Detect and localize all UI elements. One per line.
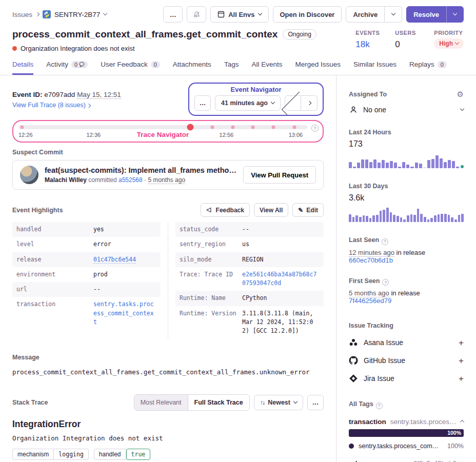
mute-button[interactable] [187,6,206,23]
resolve-dropdown-button[interactable] [446,6,464,23]
view-all-button[interactable]: View All [254,203,288,217]
segment-full-stack-trace[interactable]: Full Stack Trace [188,395,249,410]
trace-event-dot[interactable] [231,126,234,129]
tab-replays[interactable]: Replays0 [409,61,447,75]
event-age-dropdown[interactable]: 41 minutes ago [215,95,281,111]
trace-event-dot[interactable] [271,126,275,129]
chart-bar [451,217,453,222]
event-timestamp[interactable]: May 15, 12:51 [77,91,121,99]
highlight-row-sentry_region: sentry_regionus [175,237,324,252]
chart-bar [353,167,356,168]
chart-bar [369,218,372,222]
chart-bar [357,163,360,168]
tab-all-events[interactable]: All Events [251,61,282,75]
highlights-left-column: handledyeslevelerrorrelease01c47bc6e544e… [12,222,168,338]
tab-details[interactable]: Details [12,61,33,75]
trace-event-dot[interactable] [211,126,214,129]
tab-tags[interactable]: Tags [224,61,239,75]
trace-event-dot[interactable] [251,126,255,129]
first-seen-help-icon[interactable]: ? [382,279,389,286]
sort-newest-dropdown[interactable]: ↑↓Newest [254,395,303,410]
tag-breakdown-percent: 100% [447,443,464,450]
last-seen-help-icon[interactable]: ? [382,238,388,245]
chart-bar [431,159,434,168]
trace-help-icon[interactable]: ? [311,125,319,132]
add-github-issue-button[interactable]: + [459,356,464,365]
stat-value[interactable]: 18k [355,39,380,50]
exception-type: IntegrationError [12,419,324,430]
first-seen-release-link[interactable]: 7f446256ed79 [349,297,391,305]
view-pull-request-button[interactable]: View Pull Request [243,166,316,184]
highlight-value: REGION [242,255,320,264]
assignee-selector[interactable]: No one [349,105,464,114]
stack-more-button[interactable]: … [307,395,324,410]
priority-badge[interactable]: High [434,38,464,49]
tag-group-release: release3f8c5c49bcb3 [349,459,464,462]
more-options-button[interactable]: … [163,6,183,23]
chart-bar [406,165,409,168]
event-navigator-more-button[interactable]: … [194,95,211,111]
commit-author: Malachi Willey [45,176,87,184]
assignee-chevron-icon [460,107,464,111]
chart-bar [423,167,426,168]
last-24-hours-chart [349,153,464,168]
tab-similar-issues[interactable]: Similar Issues [353,61,396,75]
highlight-value: error [93,240,156,249]
chart-bar [415,163,418,168]
tab-badge: 0 [151,61,160,68]
trace-timeline-track[interactable] [18,125,307,129]
chart-bar [359,217,362,223]
tag-group-header[interactable]: transactionsentry.tasks.process_com… [349,418,464,426]
chart-bar [444,214,447,222]
issue-subtitle: Organization Integration does not exist [21,45,135,52]
edit-highlights-button[interactable]: ✎Edit [292,203,324,217]
last-24-hours-label: Last 24 Hours [349,129,464,136]
tab-merged-issues[interactable]: Merged Issues [295,61,341,75]
add-asana-issue-button[interactable]: + [459,338,464,347]
environment-selector-button[interactable]: All Envs [210,6,268,23]
tag-expand-chevron-icon[interactable] [460,420,464,424]
trace-event-dot[interactable] [293,126,296,129]
first-seen-value: 5 months ago in release 7f446256ed79 [349,289,464,305]
resolve-button[interactable]: Resolve [406,6,446,23]
chart-bar [386,163,389,168]
commit-sha-link[interactable]: a552568 [118,176,143,184]
open-in-discover-button[interactable]: Open in Discover [273,6,342,23]
issue-dropdown-chevron-icon[interactable] [103,11,107,15]
chart-bar [413,215,416,222]
highlight-value[interactable]: e2e561c46ba34a87b68c707593047c0d [242,270,320,288]
trace-event-dot[interactable] [20,126,24,129]
archive-dropdown-button[interactable] [385,6,402,23]
add-jira-issue-button[interactable]: + [459,374,464,383]
tag-expand-chevron-icon[interactable] [460,460,464,462]
tab-attachments[interactable]: Attachments [173,61,211,75]
segment-most-relevant[interactable]: Most Relevant [134,395,188,410]
archive-button[interactable]: Archive [346,6,385,23]
highlight-row-runtime-version: Runtime: Version3.11.8(3.11.8 (main, Mar… [175,306,324,339]
toolbar: … All Envs Open in Discover Archive Reso… [163,6,464,23]
commit-age[interactable]: 5 months ago [148,176,185,184]
all-tags-help-icon[interactable]: ? [376,403,383,409]
highlight-value[interactable]: sentry.tasks.process_commit_context [93,300,156,327]
last-seen-release-link[interactable]: 660ec70b6d1b [349,256,393,264]
issue-tabs: DetailsActivity0User Feedback0Attachment… [0,61,476,75]
previous-event-button[interactable] [285,95,301,111]
highlight-key: transaction [16,300,93,327]
stat-value: 0 [395,39,419,50]
tab-user-feedback[interactable]: User Feedback0 [101,61,160,75]
last-30-days-chart [349,207,464,222]
view-full-trace-link[interactable]: View Full Trace (8 issues) [12,102,90,109]
feedback-button[interactable]: Feedback [201,203,250,217]
highlight-row-status_code: status_code-- [175,222,324,237]
breadcrumb-issue-id[interactable]: SENTRY-2B77 [54,11,100,18]
current-event-dot[interactable] [187,124,193,131]
highlight-value: yes [93,225,156,234]
assignment-settings-gear-icon[interactable]: ⚙ [457,90,464,99]
tag-group-header[interactable]: release3f8c5c49bcb3 [349,459,464,462]
tab-activity[interactable]: Activity0 [46,61,88,75]
trace-navigator: ? Trace Navigator 12:2612:3612:5613:06 [12,120,324,143]
highlight-value[interactable]: 01c47bc6e544 [93,255,156,264]
tag-bar-segment: 100% [349,429,464,437]
breadcrumb-issues-link[interactable]: Issues [12,11,32,18]
top-bar: Issues SENTRY-2B77 … All Envs Open in Di… [0,0,476,26]
